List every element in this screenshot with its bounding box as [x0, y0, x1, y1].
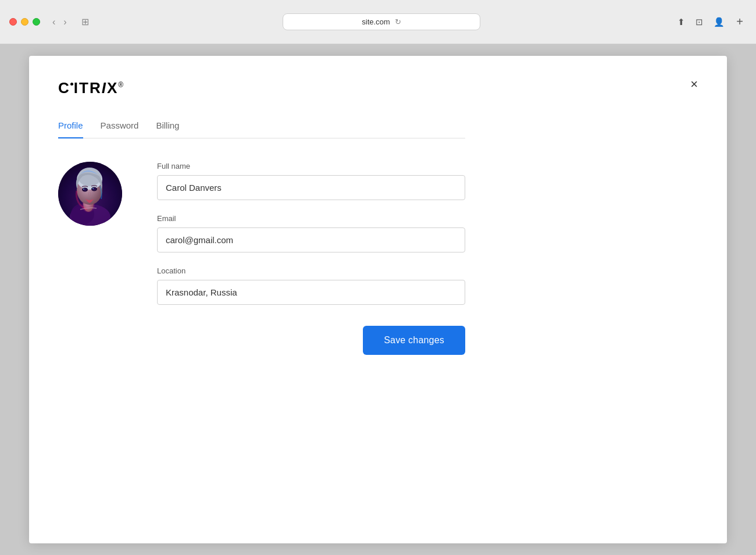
svg-point-13 [92, 188, 94, 189]
close-button[interactable]: × [690, 78, 698, 91]
avatar-section [58, 162, 122, 226]
tab-password[interactable]: Password [101, 115, 139, 138]
full-name-input[interactable] [157, 175, 465, 200]
traffic-light-red[interactable] [9, 18, 17, 26]
avatar-image [58, 162, 122, 226]
tabs: Profile Password Billing [58, 115, 465, 138]
browser-actions: ⬆ ⊡ 👤 + [675, 14, 747, 30]
address-bar-container: site.com ↻ [98, 13, 665, 30]
address-bar[interactable]: site.com ↻ [283, 13, 480, 30]
fields-section: Full name Email Location Save changes [157, 162, 465, 355]
traffic-light-green[interactable] [33, 18, 40, 26]
forward-button[interactable]: › [60, 16, 69, 29]
full-name-field-group: Full name [157, 162, 465, 200]
svg-point-12 [83, 188, 84, 190]
citrix-logo: CiTRiX® [58, 79, 465, 97]
traffic-lights [9, 18, 40, 26]
tab-profile[interactable]: Profile [58, 115, 83, 138]
email-label: Email [157, 214, 465, 223]
share-button[interactable]: ⬆ [675, 15, 687, 30]
new-tab-button[interactable]: + [733, 14, 747, 30]
full-name-label: Full name [157, 162, 465, 170]
traffic-light-yellow[interactable] [21, 18, 28, 26]
page-content: CiTRiX® × Profile Password Billing [29, 56, 494, 378]
location-label: Location [157, 266, 465, 275]
reload-icon[interactable]: ↻ [395, 17, 401, 26]
profile-button[interactable]: 👤 [711, 15, 727, 30]
avatar [58, 162, 122, 226]
back-button[interactable]: ‹ [49, 16, 58, 29]
url-text: site.com [362, 17, 390, 26]
nav-buttons: ‹ › [49, 16, 70, 29]
browser-chrome: ‹ › ⊞ site.com ↻ ⬆ ⊡ 👤 + [0, 0, 756, 44]
tab-view-button[interactable]: ⊞ [78, 15, 92, 29]
logo-text: CiTRiX® [58, 79, 124, 97]
save-button-row: Save changes [157, 326, 465, 355]
reading-list-button[interactable]: ⊡ [693, 15, 705, 30]
form-area: Full name Email Location Save changes [58, 162, 465, 355]
email-field-group: Email [157, 214, 465, 252]
location-field-group: Location [157, 266, 465, 305]
tab-billing[interactable]: Billing [156, 115, 179, 138]
save-changes-button[interactable]: Save changes [363, 326, 465, 355]
email-input[interactable] [157, 227, 465, 252]
page-wrapper: CiTRiX® × Profile Password Billing [29, 56, 727, 543]
location-input[interactable] [157, 280, 465, 305]
logo-area: CiTRiX® [58, 79, 465, 97]
